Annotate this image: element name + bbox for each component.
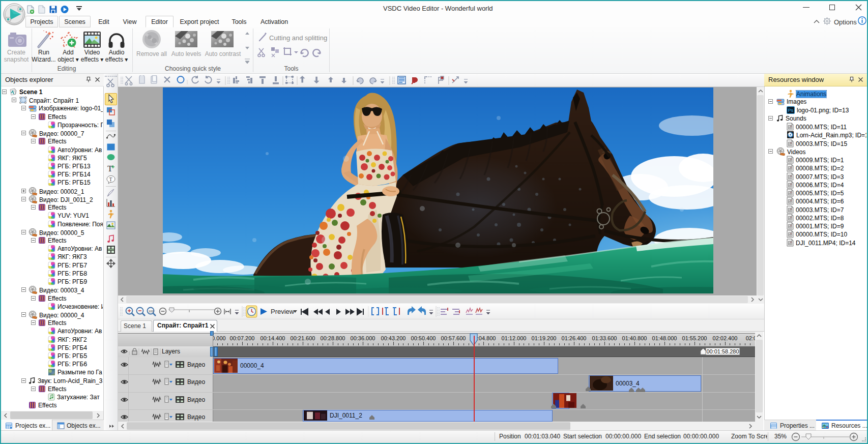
svg-text:Ps: Ps bbox=[788, 108, 794, 113]
svg-text:T: T bbox=[109, 176, 112, 182]
svg-text:100: 100 bbox=[149, 310, 154, 313]
svg-text:Preview: Preview bbox=[271, 308, 295, 315]
svg-text:T: T bbox=[107, 164, 113, 173]
